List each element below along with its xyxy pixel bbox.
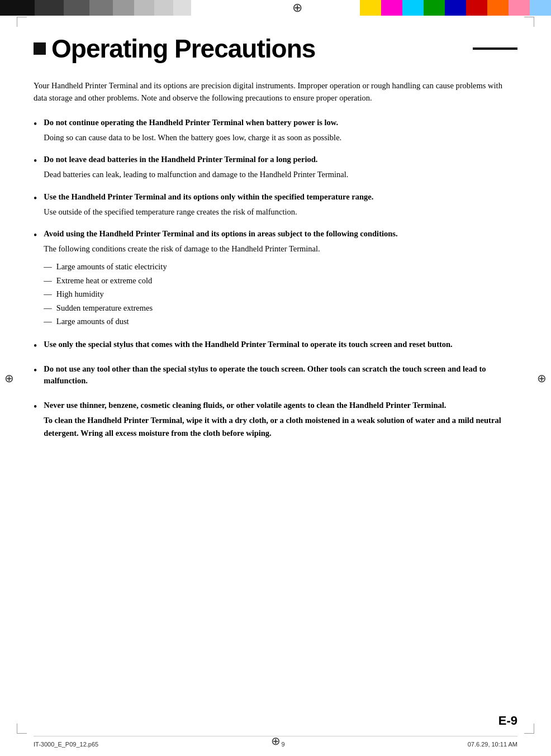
bullet-content-2: Do not leave dead batteries in the Handh…	[44, 154, 517, 180]
bullet-content-3: Use the Handheld Printer Terminal and it…	[44, 191, 517, 218]
top-bar-left	[0, 0, 235, 16]
corner-tr	[524, 17, 534, 27]
bullet-item-2: • Do not leave dead batteries in the Han…	[34, 154, 517, 180]
swatch-lightblue	[530, 0, 551, 16]
corner-br	[524, 724, 534, 734]
dash-item-5: — Large amounts of dust	[44, 315, 517, 329]
bullet-content-1: Do not continue operating the Handheld P…	[44, 117, 517, 144]
chapter-heading: Operating Precautions	[34, 34, 517, 64]
intro-paragraph: Your Handheld Printer Terminal and its o…	[34, 79, 517, 104]
dash-4: —	[44, 301, 52, 315]
main-content: Operating Precautions Your Handheld Prin…	[34, 28, 517, 722]
bullet-body-4: The following conditions create the risk…	[44, 243, 517, 255]
bullet-header-2: Do not leave dead batteries in the Handh…	[44, 154, 517, 165]
swatch-red	[466, 0, 487, 16]
bullet-body-3: Use outside of the specified temperature…	[44, 206, 517, 218]
dash-text-3: High humidity	[56, 287, 104, 301]
bullet-body-2: Dead batteries can leak, leading to malf…	[44, 168, 517, 180]
bullet-dot-4: •	[34, 229, 37, 243]
swatch-magenta	[381, 0, 402, 16]
footer-filename: IT-3000_E_P09_12.p65	[34, 741, 98, 748]
right-crosshair-icon: ⊕	[537, 372, 547, 385]
swatch-orange	[487, 0, 509, 16]
dash-text-4: Sudden temperature extremes	[56, 301, 153, 315]
footer-page: 9	[281, 741, 284, 748]
dash-5: —	[44, 315, 52, 329]
color-block-8	[173, 0, 191, 16]
bullet-content-6: Do not use any tool other than the speci…	[44, 363, 517, 389]
color-block-3	[64, 0, 89, 16]
swatch-yellow	[360, 0, 381, 16]
chapter-line	[473, 47, 517, 50]
swatch-cyan	[402, 0, 424, 16]
dash-3: —	[44, 287, 52, 301]
bullet-dot-6: •	[34, 364, 37, 378]
bullet-dot-5: •	[34, 339, 37, 353]
left-crosshair-icon: ⊕	[4, 372, 14, 385]
corner-bl	[17, 724, 27, 734]
bullet-body-1: Doing so can cause data to be lost. When…	[44, 131, 517, 144]
chapter-title: Operating Precautions	[51, 34, 466, 64]
footer: IT-3000_E_P09_12.p65 9 07.6.29, 10:11 AM	[34, 736, 517, 748]
top-bar: ⊕	[0, 0, 551, 16]
corner-tl	[17, 17, 27, 27]
dash-item-2: — Extreme heat or extreme cold	[44, 274, 517, 288]
dash-text-2: Extreme heat or extreme cold	[56, 274, 153, 288]
top-bar-right	[360, 0, 551, 16]
bullet-item-1: • Do not continue operating the Handheld…	[34, 117, 517, 144]
footer-date: 07.6.29, 10:11 AM	[468, 741, 517, 748]
bullet-dot-1: •	[34, 117, 37, 131]
color-block-1	[0, 0, 35, 16]
bullet-header-5: Use only the special stylus that comes w…	[44, 339, 517, 350]
chapter-square	[34, 42, 46, 55]
bullet-dot-3: •	[34, 192, 37, 206]
bullet-header-1: Do not continue operating the Handheld P…	[44, 117, 517, 129]
swatch-blue	[445, 0, 466, 16]
dash-item-3: — High humidity	[44, 287, 517, 301]
bullet-header-3: Use the Handheld Printer Terminal and it…	[44, 191, 517, 203]
page-number: E-9	[498, 714, 517, 728]
bullet-list: • Do not continue operating the Handheld…	[34, 117, 517, 439]
bullet-content-7: Never use thinner, benzene, cosmetic cle…	[44, 400, 517, 439]
bullet-item-3: • Use the Handheld Printer Terminal and …	[34, 191, 517, 218]
dash-2: —	[44, 274, 52, 288]
bullet-dot-2: •	[34, 154, 37, 168]
dash-text-1: Large amounts of static electricity	[56, 260, 167, 274]
bullet-item-4: • Avoid using the Handheld Printer Termi…	[34, 228, 517, 329]
color-block-7	[154, 0, 173, 16]
page: ⊕ ⊕ ⊕ Operating Precautions	[0, 0, 551, 756]
color-block-2	[35, 0, 64, 16]
color-block-5	[113, 0, 134, 16]
color-block-4	[89, 0, 113, 16]
bullet-content-4: Avoid using the Handheld Printer Termina…	[44, 228, 517, 329]
swatch-green	[424, 0, 445, 16]
dash-list: — Large amounts of static electricity — …	[44, 260, 517, 329]
top-bar-center: ⊕	[235, 0, 360, 16]
top-crosshair-icon: ⊕	[292, 1, 302, 15]
color-block-6	[134, 0, 154, 16]
bullet-item-7: • Never use thinner, benzene, cosmetic c…	[34, 400, 517, 439]
dash-item-1: — Large amounts of static electricity	[44, 260, 517, 274]
dash-text-5: Large amounts of dust	[56, 315, 129, 329]
bullet-item-5: • Use only the special stylus that comes…	[34, 339, 517, 353]
bullet-body-7: To clean the Handheld Printer Terminal, …	[44, 414, 517, 439]
bullet-content-5: Use only the special stylus that comes w…	[44, 339, 517, 353]
dash-item-4: — Sudden temperature extremes	[44, 301, 517, 315]
swatch-pink	[509, 0, 530, 16]
bullet-header-4: Avoid using the Handheld Printer Termina…	[44, 228, 517, 240]
dash-1: —	[44, 260, 52, 274]
bullet-dot-7: •	[34, 400, 37, 414]
bullet-item-6: • Do not use any tool other than the spe…	[34, 363, 517, 389]
bullet-header-6: Do not use any tool other than the speci…	[44, 363, 517, 387]
bullet-header-7: Never use thinner, benzene, cosmetic cle…	[44, 400, 517, 411]
